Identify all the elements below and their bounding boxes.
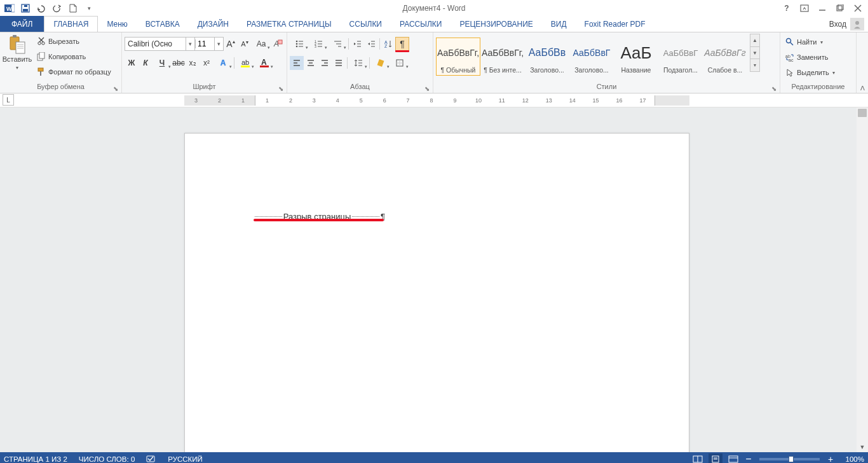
show-paragraph-marks-button[interactable]: ¶ — [395, 37, 409, 51]
maximize-button[interactable] — [832, 1, 848, 15]
clipboard-launcher[interactable]: ⬊ — [112, 85, 119, 92]
italic-button[interactable]: К — [139, 56, 153, 70]
tab-home[interactable]: ГЛАВНАЯ — [44, 16, 98, 32]
redo-icon[interactable] — [50, 1, 64, 15]
user-avatar-icon[interactable] — [850, 18, 864, 31]
view-web-layout-icon[interactable] — [726, 453, 740, 464]
tab-file[interactable]: ФАЙЛ — [0, 16, 44, 32]
view-print-layout-icon[interactable] — [709, 453, 722, 464]
style-item-3[interactable]: АаБбВвГЗаголово... — [569, 38, 614, 76]
paragraph-launcher[interactable]: ⬊ — [423, 85, 431, 92]
horizontal-ruler[interactable]: 321 1234567891011121314151617 — [184, 95, 689, 106]
gallery-scroll-down-icon[interactable]: ▼ — [750, 47, 759, 60]
undo-icon[interactable] — [34, 1, 48, 15]
replace-button[interactable]: abac Заменить — [783, 50, 837, 64]
style-item-4[interactable]: АаБНазвание — [614, 38, 658, 76]
tab-references[interactable]: ССЫЛКИ — [341, 16, 391, 32]
line-spacing-button[interactable]: ▾ — [349, 56, 368, 70]
ribbon-display-options-icon[interactable] — [797, 1, 812, 15]
strikethrough-button[interactable]: abc — [172, 56, 186, 70]
status-page[interactable]: СТРАНИЦА 1 ИЗ 2 — [4, 455, 67, 463]
zoom-level[interactable]: 100% — [839, 455, 864, 463]
sort-button[interactable]: AZ — [381, 37, 395, 51]
chevron-down-icon: ▾ — [186, 38, 194, 50]
copy-button[interactable]: Копировать — [34, 50, 113, 64]
superscript-button[interactable]: x² — [200, 56, 214, 70]
styles-launcher[interactable]: ⬊ — [770, 85, 778, 92]
word-app-icon[interactable]: W — [3, 1, 17, 15]
tab-insert[interactable]: ВСТАВКА — [137, 16, 189, 32]
view-read-mode-icon[interactable] — [691, 453, 705, 464]
gallery-more-icon[interactable]: ▾ — [750, 59, 759, 71]
tab-menu[interactable]: Меню — [98, 16, 136, 32]
change-case-button[interactable]: Aa▾ — [252, 37, 271, 51]
styles-gallery-expand[interactable]: ▲ ▼ ▾ — [750, 34, 760, 72]
status-spellcheck-icon[interactable] — [146, 455, 156, 464]
zoom-out-button[interactable]: − — [744, 453, 753, 464]
numbered-list-button[interactable]: 123▾ — [309, 37, 328, 51]
style-item-6[interactable]: АаБбВвГгСлабое в... — [703, 38, 747, 76]
font-name-combobox[interactable]: Calibri (Осно ▾ — [125, 37, 195, 51]
clear-formatting-button[interactable]: A — [271, 37, 285, 51]
vertical-scrollbar[interactable]: ▲ ▼ — [857, 107, 868, 452]
tab-foxit[interactable]: Foxit Reader PDF — [576, 16, 654, 32]
align-right-button[interactable] — [318, 56, 332, 70]
zoom-in-button[interactable]: + — [826, 453, 835, 464]
qat-customize-dropdown[interactable]: ▾ — [82, 1, 96, 15]
tab-page-layout[interactable]: РАЗМЕТКА СТРАНИЦЫ — [238, 16, 341, 32]
minimize-button[interactable] — [815, 1, 830, 15]
status-language[interactable]: РУССКИЙ — [168, 455, 203, 463]
svg-rect-2 — [11, 4, 15, 12]
decrease-indent-button[interactable] — [350, 37, 364, 51]
save-icon[interactable] — [18, 1, 32, 15]
borders-button[interactable]: ▾ — [390, 56, 409, 70]
underline-button[interactable]: Ч▾ — [153, 56, 172, 70]
align-justify-button[interactable] — [332, 56, 346, 70]
text-highlight-button[interactable]: ab▾ — [236, 56, 255, 70]
collapse-ribbon[interactable]: ᐱ — [857, 32, 868, 93]
tab-selector[interactable]: L — [3, 94, 14, 106]
new-document-icon[interactable] — [66, 1, 80, 15]
font-color-button[interactable]: A▾ — [255, 56, 274, 70]
paste-button[interactable]: Вставить ▾ — [3, 34, 32, 79]
replace-icon: abac — [785, 52, 795, 62]
tab-view[interactable]: ВИД — [542, 16, 576, 32]
bulleted-list-button[interactable]: ▾ — [290, 37, 309, 51]
select-button[interactable]: Выделить ▾ — [783, 66, 837, 79]
svg-text:A: A — [261, 58, 267, 67]
login-link[interactable]: Вход — [829, 20, 846, 29]
svg-rect-5 — [24, 5, 27, 7]
increase-indent-button[interactable] — [364, 37, 378, 51]
zoom-slider-handle[interactable] — [789, 456, 794, 462]
status-word-count[interactable]: ЧИСЛО СЛОВ: 0 — [79, 455, 135, 463]
find-button[interactable]: Найти ▾ — [783, 35, 837, 49]
bold-button[interactable]: Ж — [125, 56, 139, 70]
subscript-button[interactable]: x₂ — [186, 56, 200, 70]
cut-button[interactable]: Вырезать — [34, 34, 113, 48]
help-button[interactable]: ? — [779, 1, 794, 15]
close-button[interactable] — [850, 1, 865, 15]
style-item-5[interactable]: АаБбВвГПодзагол... — [658, 38, 703, 76]
increase-font-size-button[interactable]: A▴ — [224, 37, 238, 51]
style-item-0[interactable]: АаБбВвГг,¶ Обычный — [436, 38, 480, 76]
style-item-1[interactable]: АаБбВвГг,¶ Без инте... — [480, 38, 525, 76]
font-size-combobox[interactable]: 11 ▾ — [194, 37, 224, 51]
multilevel-list-button[interactable]: ▾ — [328, 37, 347, 51]
tab-mailings[interactable]: РАССЫЛКИ — [391, 16, 451, 32]
gallery-scroll-up-icon[interactable]: ▲ — [750, 34, 759, 47]
document-page[interactable]: Разрыв страницы ¶ — [184, 133, 689, 452]
text-effects-button[interactable]: A▾ — [214, 56, 233, 70]
decrease-font-size-button[interactable]: A▾ — [238, 37, 252, 51]
scrollbar-thumb[interactable] — [858, 109, 867, 117]
align-left-button[interactable] — [290, 56, 304, 70]
tab-review[interactable]: РЕЦЕНЗИРОВАНИЕ — [451, 16, 541, 32]
scroll-down-icon[interactable]: ▼ — [857, 442, 868, 452]
shading-button[interactable]: ▾ — [371, 56, 390, 70]
align-center-button[interactable] — [304, 56, 318, 70]
font-launcher[interactable]: ⬊ — [277, 85, 285, 92]
tab-design[interactable]: ДИЗАЙН — [189, 16, 238, 32]
zoom-slider[interactable] — [759, 458, 820, 460]
style-item-2[interactable]: АаБбВвЗаголово... — [525, 38, 569, 76]
format-painter-button[interactable]: Формат по образцу — [34, 65, 113, 79]
group-styles: АаБбВвГг,¶ ОбычныйАаБбВвГг,¶ Без инте...… — [433, 32, 780, 93]
